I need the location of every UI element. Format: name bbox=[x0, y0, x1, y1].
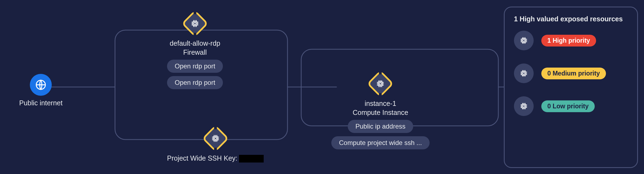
ssh-key-prefix: Project Wide SSH Key: bbox=[167, 154, 237, 162]
svg-rect-77 bbox=[522, 104, 526, 108]
node-title: default-allow-rdp bbox=[170, 39, 220, 47]
chip-icon bbox=[514, 31, 534, 50]
node-label: Public internet bbox=[19, 99, 62, 107]
node-title: instance-1 bbox=[365, 100, 396, 108]
svg-rect-35 bbox=[378, 82, 383, 86]
pill-open-rdp-1[interactable]: Open rdp port bbox=[167, 60, 223, 73]
badge-medium-priority: 0 Medium priority bbox=[541, 68, 606, 79]
chip-icon bbox=[203, 126, 228, 151]
svg-rect-21 bbox=[213, 137, 217, 141]
svg-rect-8 bbox=[194, 22, 196, 25]
chip-icon bbox=[514, 63, 534, 83]
node-title: Project Wide SSH Key: bbox=[167, 154, 264, 163]
panel-title: 1 High valued exposed resources bbox=[514, 15, 628, 23]
node-instance[interactable]: instance-1 Compute Instance Public ip ad… bbox=[331, 71, 430, 149]
node-public-internet[interactable]: Public internet bbox=[19, 74, 62, 107]
priority-row-high[interactable]: 1 High priority bbox=[514, 31, 628, 50]
badge-low-priority: 0 Low priority bbox=[541, 100, 595, 112]
node-subtitle: Compute Instance bbox=[353, 109, 408, 117]
node-ssh-key[interactable]: Project Wide SSH Key: bbox=[167, 126, 264, 163]
svg-rect-49 bbox=[522, 39, 526, 42]
node-subtitle: Firewall bbox=[183, 48, 207, 56]
chip-icon bbox=[368, 71, 393, 96]
node-firewall[interactable]: default-allow-rdp Firewall Open rdp port… bbox=[167, 11, 223, 89]
priority-row-medium[interactable]: 0 Medium priority bbox=[514, 63, 628, 83]
svg-rect-64 bbox=[523, 72, 525, 74]
svg-rect-7 bbox=[193, 22, 197, 26]
svg-rect-78 bbox=[523, 105, 525, 107]
priority-row-low[interactable]: 0 Low priority bbox=[514, 96, 628, 116]
pill-compute-ssh[interactable]: Compute project wide ssh ... bbox=[331, 136, 430, 149]
exposed-resources-panel: 1 High valued exposed resources 1 High p… bbox=[504, 7, 638, 168]
chip-icon bbox=[182, 11, 208, 36]
svg-rect-50 bbox=[523, 40, 525, 42]
svg-rect-63 bbox=[522, 71, 526, 75]
chip-icon bbox=[514, 96, 534, 116]
redacted-value bbox=[239, 155, 264, 163]
pill-public-ip[interactable]: Public ip address bbox=[348, 120, 413, 133]
pill-open-rdp-2[interactable]: Open rdp port bbox=[167, 76, 223, 89]
svg-rect-36 bbox=[380, 83, 382, 85]
badge-high-priority: 1 High priority bbox=[541, 35, 596, 47]
globe-icon bbox=[30, 74, 52, 96]
svg-rect-22 bbox=[214, 137, 217, 140]
